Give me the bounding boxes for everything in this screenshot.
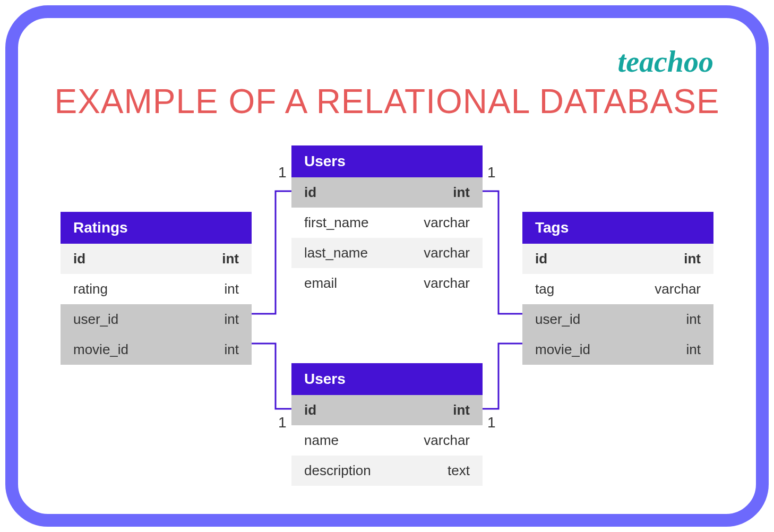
cardinality-label: 1 (278, 164, 287, 181)
table-row: tagvarchar (522, 274, 713, 304)
column-type: int (225, 281, 239, 297)
column-name: movie_id (73, 341, 128, 358)
table-header: Users (291, 145, 483, 177)
column-name: name (304, 432, 339, 449)
column-name: last_name (304, 245, 368, 261)
diagram-title: EXAMPLE OF A RELATIONAL DATABASE (18, 82, 756, 121)
column-name: description (304, 462, 371, 479)
column-name: id (304, 402, 316, 418)
table-row: namevarchar (291, 425, 483, 456)
column-name: id (535, 251, 547, 267)
table-row: first_namevarchar (291, 208, 483, 238)
table-row: user_idint (61, 304, 252, 334)
column-type: int (453, 402, 470, 418)
column-type: varchar (424, 245, 470, 261)
column-name: id (304, 184, 316, 201)
column-name: user_id (535, 311, 580, 328)
table-row: emailvarchar (291, 268, 483, 298)
table-body: idinttagvarcharuser_idintmovie_idint (522, 244, 713, 365)
table-row: idint (522, 244, 713, 274)
table-users-bottom: Users idintnamevarchardescriptiontext (291, 363, 483, 486)
cardinality-label: 1 (487, 414, 496, 431)
table-row: descriptiontext (291, 456, 483, 486)
table-row: movie_idint (61, 334, 252, 365)
table-row: movie_idint (522, 334, 713, 365)
column-type: int (686, 341, 701, 358)
diagram-area: 1 1 1 1 Users idintfirst_namevarcharlast… (18, 135, 756, 528)
table-users-top: Users idintfirst_namevarcharlast_namevar… (291, 145, 483, 298)
column-name: rating (73, 281, 108, 297)
table-tags: Tags idinttagvarcharuser_idintmovie_idin… (522, 212, 713, 365)
table-header: Tags (522, 212, 713, 244)
table-header: Ratings (61, 212, 252, 244)
table-row: user_idint (522, 304, 713, 334)
table-row: ratingint (61, 274, 252, 304)
column-name: email (304, 275, 337, 291)
column-name: id (73, 251, 85, 267)
table-body: idintnamevarchardescriptiontext (291, 395, 483, 486)
column-type: int (453, 184, 470, 201)
table-body: idintratingintuser_idintmovie_idint (61, 244, 252, 365)
column-name: user_id (73, 311, 118, 328)
column-type: varchar (424, 275, 470, 291)
column-name: first_name (304, 214, 368, 231)
column-type: int (684, 251, 701, 267)
column-type: varchar (424, 214, 470, 231)
column-type: varchar (655, 281, 701, 297)
column-type: int (686, 311, 701, 328)
table-ratings: Ratings idintratingintuser_idintmovie_id… (61, 212, 252, 365)
column-type: int (225, 341, 239, 358)
column-type: text (448, 462, 470, 479)
table-row: idint (291, 177, 483, 208)
column-type: varchar (424, 432, 470, 449)
column-name: movie_id (535, 341, 590, 358)
column-type: int (225, 311, 239, 328)
table-row: idint (291, 395, 483, 425)
table-header: Users (291, 363, 483, 395)
cardinality-label: 1 (487, 164, 496, 181)
brand-logo: teachoo (618, 45, 713, 79)
cardinality-label: 1 (278, 414, 287, 431)
table-body: idintfirst_namevarcharlast_namevarcharem… (291, 177, 483, 298)
column-name: tag (535, 281, 554, 297)
column-type: int (222, 251, 239, 267)
table-row: last_namevarchar (291, 238, 483, 268)
diagram-frame: teachoo EXAMPLE OF A RELATIONAL DATABASE… (5, 5, 769, 527)
table-row: idint (61, 244, 252, 274)
